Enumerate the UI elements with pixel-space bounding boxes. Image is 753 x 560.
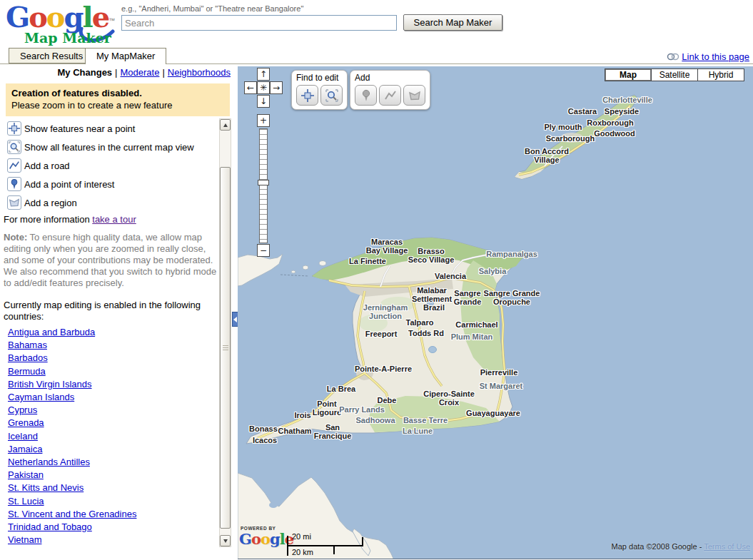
map-type-map[interactable]: Map — [605, 68, 652, 81]
country-link[interactable]: Iceland — [8, 430, 38, 443]
country-row: Jamaica — [8, 443, 215, 456]
creation-disabled-notice: Creation of features disabled. Please zo… — [6, 83, 230, 116]
action-label: Show all features in the current map vie… — [24, 142, 194, 153]
take-a-tour-link[interactable]: take a tour — [92, 214, 136, 225]
country-row: Grenada — [8, 417, 215, 429]
country-link[interactable]: Vietnam — [8, 534, 41, 546]
country-row: British Virgin Islands — [8, 378, 215, 391]
country-link[interactable]: Jamaica — [8, 443, 42, 456]
trademark: ™ — [108, 17, 115, 24]
country-link[interactable]: St. Lucia — [8, 495, 44, 508]
country-link[interactable]: Bahamas — [8, 339, 47, 352]
sidebar-scrollbar[interactable] — [219, 118, 231, 547]
country-row: Pakistan — [8, 469, 215, 482]
chain-link-icon — [667, 53, 679, 61]
country-link[interactable]: Antigua and Barbuda — [8, 326, 95, 339]
magnifier-icon — [7, 140, 21, 154]
country-link[interactable]: St. Vincent and the Grenadines — [8, 508, 136, 521]
zoom-out-button[interactable]: − — [257, 244, 270, 257]
country-link[interactable]: St. Kitts and Nevis — [8, 482, 84, 494]
notice-body: Please zoom in to create a new feature — [11, 99, 224, 111]
find-near-point-button[interactable] — [296, 85, 318, 106]
country-row: Netherlands Antilles — [8, 456, 215, 469]
more-info-text: For more information — [4, 214, 90, 225]
add-road-button[interactable] — [379, 85, 401, 106]
country-link[interactable]: Grenada — [8, 417, 44, 429]
subnav-separator2: | — [159, 67, 167, 78]
country-row: Barbados — [8, 352, 215, 365]
action-label: Show features near a point — [24, 123, 135, 134]
scalebar-mi-tick — [362, 537, 363, 545]
country-link[interactable]: Cayman Islands — [8, 391, 74, 404]
add-panel-title: Add — [355, 73, 425, 83]
countries-heading: Currently map editing is enabled in the … — [4, 300, 211, 322]
map-attribution: Map data ©2008 Google - Terms of Use — [612, 542, 750, 551]
country-row: St. Vincent and the Grenadines — [8, 508, 215, 521]
subnav-moderate-link[interactable]: Moderate — [121, 67, 160, 78]
country-row: Vietnam — [8, 534, 215, 546]
scale-km-label: 20 km — [292, 548, 313, 556]
search-example-hint: e.g., "Andheri, Mumbai" or "Theatre near… — [121, 4, 303, 13]
add-region-button[interactable] — [403, 85, 425, 106]
road-icon — [383, 88, 398, 103]
region-icon — [408, 88, 422, 103]
terms-of-use-link[interactable]: Terms of Use — [704, 542, 750, 551]
more-info-line: For more information take a tour — [4, 214, 136, 225]
map-maker-wordmark: Map Maker — [24, 30, 111, 46]
scalebar-line — [287, 545, 363, 546]
country-link[interactable]: Cyprus — [8, 404, 37, 417]
action-label: Add a road — [24, 161, 70, 171]
subnav-separator: | — [112, 67, 120, 78]
map-canvas[interactable]: CharlottevilleCastaraSpeysideRoxboroughP… — [238, 66, 753, 559]
country-row: St. Lucia — [8, 495, 215, 508]
search-map-maker-button[interactable]: Search Map Maker — [403, 14, 502, 31]
notice-title: Creation of features disabled. — [11, 87, 224, 99]
attribution-text: Map data ©2008 Google - — [612, 542, 704, 551]
find-in-view-button[interactable] — [320, 85, 343, 106]
pan-up-button[interactable]: ↑ — [257, 68, 270, 81]
sidebar-subnav: My Changes|Moderate|Neighborhoods — [0, 67, 231, 78]
magnifier-icon — [325, 88, 339, 103]
country-row: Iceland — [8, 430, 215, 443]
add-poi-button[interactable] — [355, 85, 377, 106]
scrollbar-thumb[interactable] — [220, 167, 231, 529]
tab-my-mapmaker[interactable]: My MapMaker — [85, 48, 166, 64]
subnav-neighborhoods-link[interactable]: Neighborhoods — [168, 67, 231, 78]
zoom-slider-thumb[interactable] — [258, 180, 269, 185]
map-type-switcher: Map Satellite Hybrid — [605, 68, 744, 81]
crosshair-icon — [7, 121, 21, 136]
scrollbar-up-arrow[interactable] — [220, 119, 231, 131]
road-icon — [7, 158, 21, 173]
scrollbar-down-arrow[interactable] — [220, 535, 231, 546]
pan-center-button[interactable]: ✳ — [257, 81, 270, 94]
pan-right-button[interactable]: → — [270, 81, 283, 94]
pan-left-button[interactable]: ← — [244, 81, 257, 94]
country-link[interactable]: British Virgin Islands — [8, 378, 92, 391]
action-label: Add a point of interest — [24, 179, 114, 190]
find-to-edit-title: Find to edit — [296, 73, 343, 83]
country-row: Antigua and Barbuda — [8, 326, 215, 339]
zoom-slider-track[interactable] — [259, 128, 268, 243]
region-icon — [7, 195, 21, 210]
google-map-maker-logo[interactable]: Google™ Map Maker — [6, 1, 123, 46]
country-link[interactable]: Trinidad and Tobago — [8, 521, 92, 534]
google-footer-logo[interactable]: Google — [239, 530, 293, 548]
map-type-satellite[interactable]: Satellite — [651, 68, 698, 81]
pan-down-button[interactable]: ↓ — [257, 95, 270, 108]
tab-search-results[interactable]: Search Results — [9, 48, 94, 63]
link-to-this-page[interactable]: Link to this page — [667, 51, 749, 62]
action-label: Add a region — [24, 198, 77, 208]
country-row: Bahamas — [8, 339, 215, 352]
crosshair-icon — [300, 88, 315, 103]
add-panel: Add — [350, 70, 430, 110]
country-row: Bermuda — [8, 365, 215, 378]
country-list: Antigua and BarbudaBahamasBarbadosBermud… — [8, 326, 215, 546]
country-link[interactable]: Bermuda — [8, 365, 46, 378]
map-type-hybrid[interactable]: Hybrid — [697, 68, 744, 81]
country-link[interactable]: Pakistan — [8, 469, 44, 482]
country-link[interactable]: Netherlands Antilles — [8, 456, 90, 469]
country-link[interactable]: Barbados — [8, 352, 48, 365]
zoom-in-button[interactable]: + — [257, 114, 270, 127]
search-input[interactable] — [121, 15, 397, 31]
subnav-my-changes: My Changes — [58, 67, 113, 78]
